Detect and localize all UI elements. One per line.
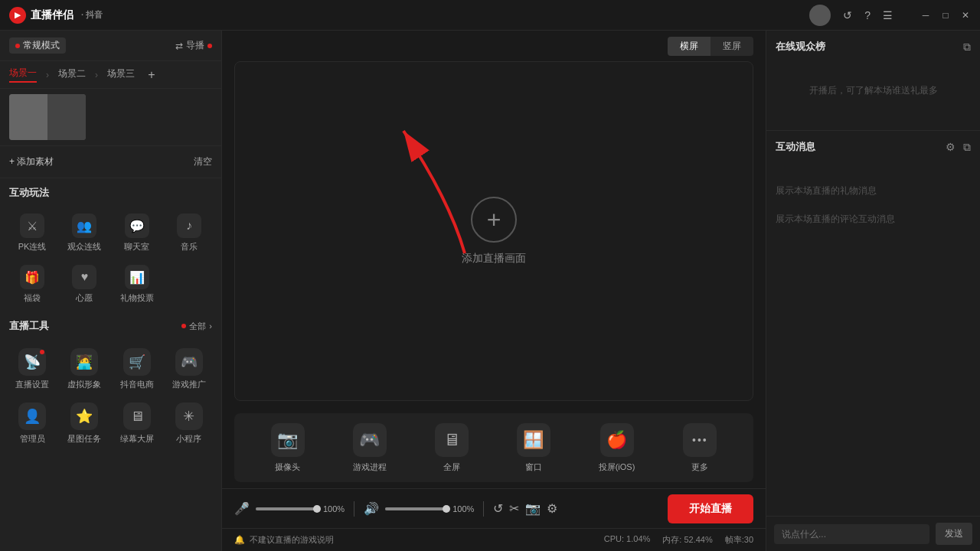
clip-icon[interactable]: ✂ <box>509 501 519 516</box>
messages-settings-icon[interactable]: ⚙ <box>946 141 956 154</box>
landscape-button[interactable]: 横屏 <box>668 37 710 56</box>
game-label: 游戏推广 <box>172 379 206 390</box>
speaker-volume-slider[interactable] <box>385 507 446 510</box>
settings-label: 直播设置 <box>15 379 49 390</box>
interactive-item-lucky[interactable]: 🎁 福袋 <box>6 259 58 310</box>
live-tool-settings[interactable]: 📡 直播设置 <box>6 342 58 396</box>
interactive-item-wish[interactable]: ♥ 心愿 <box>58 259 110 310</box>
audience-placeholder: 开播后，可了解本场谁送礼最多 <box>809 84 938 97</box>
scene-tab-2[interactable]: 场景二 <box>58 67 86 82</box>
source-more[interactable]: ••• 更多 <box>683 423 717 473</box>
lucky-label: 福袋 <box>24 292 41 304</box>
chat-label: 聊天室 <box>124 241 149 253</box>
live-tools-title: 直播工具 <box>9 319 181 333</box>
orientation-bar: 横屏 竖屏 <box>222 31 766 61</box>
left-sidebar: 常规模式 ⇄ 导播 场景一 › 场景二 › 场景三 + + 添加素材 <box>0 31 222 551</box>
chat-send-button[interactable]: 发送 <box>936 523 972 545</box>
live-tool-admin[interactable]: 👤 管理员 <box>6 396 58 451</box>
messages-section: 互动消息 ⚙ ⧉ 展示本场直播的礼物消息 展示本场直播的评论互动消息 发送 <box>766 131 980 551</box>
mic-volume-slider[interactable] <box>256 507 317 510</box>
live-tool-greenscreen[interactable]: 🖥 绿幕大屏 <box>111 396 163 451</box>
title-bar: ▶ 直播伴侣 · 抖音 ↺ ? ☰ ─ □ ✕ <box>0 0 980 31</box>
add-scene-button[interactable]: + <box>471 197 517 243</box>
minimize-button[interactable]: ─ <box>920 10 931 21</box>
messages-expand-icon[interactable]: ⧉ <box>963 141 971 154</box>
star-label: 星图任务 <box>67 433 101 445</box>
live-tool-game[interactable]: 🎮 游戏推广 <box>163 342 215 396</box>
settings-ctrl-icon[interactable]: ⚙ <box>547 501 557 516</box>
live-tool-miniapp[interactable]: ✳ 小程序 <box>163 396 215 451</box>
fullscreen-label: 全屏 <box>443 461 460 473</box>
portrait-button[interactable]: 竖屏 <box>710 37 753 56</box>
interactive-item-gift-vote[interactable]: 📊 礼物投票 <box>111 259 163 310</box>
app-name: 直播伴侣 <box>31 8 74 22</box>
interactive-item-pk[interactable]: ⚔ PK连线 <box>6 207 58 259</box>
audience-expand-icon[interactable]: ⧉ <box>963 41 971 54</box>
avatar[interactable] <box>809 5 831 26</box>
ios-label: 投屏(iOS) <box>599 461 635 473</box>
live-tools-all-button[interactable]: 全部 › <box>181 321 212 332</box>
add-material-button[interactable]: + 添加素材 <box>9 155 188 168</box>
source-camera[interactable]: 📷 摄像头 <box>271 423 305 473</box>
wish-icon: ♥ <box>72 265 96 289</box>
close-button[interactable]: ✕ <box>960 10 971 21</box>
pk-icon: ⚔ <box>20 214 44 238</box>
warning-icon: 🔔 <box>234 535 245 545</box>
scene-tab-3[interactable]: 场景三 <box>107 67 135 82</box>
star-icon: ⭐ <box>70 403 98 430</box>
sidebar-preview <box>0 89 221 146</box>
cpu-status: CPU: 1.04% <box>604 534 651 546</box>
status-left: 🔔 不建议直播的游戏说明 <box>234 534 334 546</box>
source-fullscreen[interactable]: 🖥 全屏 <box>435 423 469 473</box>
right-panel: 在线观众榜 ⧉ 开播后，可了解本场谁送礼最多 互动消息 ⚙ ⧉ 展示本场直播的礼… <box>766 31 980 551</box>
chat-input[interactable] <box>774 524 929 544</box>
source-game[interactable]: 🎮 游戏进程 <box>353 423 387 473</box>
switch-icon: ⇄ <box>175 41 183 51</box>
lucky-icon: 🎁 <box>20 265 44 289</box>
window-controls: ─ □ ✕ <box>920 10 971 21</box>
settings-red-dot <box>40 350 44 354</box>
game-source-label: 游戏进程 <box>353 461 387 473</box>
live-tools-grid: 📡 直播设置 🧑‍💻 虚拟形象 🛒 抖音电商 🎮 游戏推广 👤 管理员 <box>0 339 221 454</box>
music-label: 音乐 <box>181 241 198 253</box>
live-tool-ecommerce[interactable]: 🛒 抖音电商 <box>111 342 163 396</box>
music-icon: ♪ <box>177 214 201 238</box>
refresh-icon[interactable]: ↺ <box>843 9 852 21</box>
scene-tab-1[interactable]: 场景一 <box>9 67 37 83</box>
mode-tag[interactable]: 常规模式 <box>9 37 66 54</box>
audience-icons: ⧉ <box>963 41 971 54</box>
start-live-button[interactable]: 开始直播 <box>668 494 753 523</box>
fullscreen-icon: 🖥 <box>435 423 469 457</box>
control-divider-1 <box>354 501 354 517</box>
settings-icon: 📡 <box>18 348 46 376</box>
tab-separator: › <box>46 70 49 80</box>
live-tool-star[interactable]: ⭐ 星图任务 <box>58 396 110 451</box>
ecommerce-label: 抖音电商 <box>120 379 154 390</box>
microphone-icon: 🎤 <box>234 501 250 516</box>
live-tool-avatar[interactable]: 🧑‍💻 虚拟形象 <box>58 342 110 396</box>
miniapp-icon: ✳ <box>175 403 203 430</box>
source-ios[interactable]: 🍎 投屏(iOS) <box>599 423 635 473</box>
mic-volume-label: 100% <box>323 504 345 514</box>
add-scene-area: + 添加直播画面 <box>462 197 526 266</box>
wish-label: 心愿 <box>76 292 93 304</box>
scene-add-button[interactable]: + <box>144 67 159 83</box>
camera-ctrl-icon[interactable]: 📷 <box>525 501 541 516</box>
maximize-button[interactable]: □ <box>940 10 951 21</box>
help-icon[interactable]: ? <box>864 9 871 21</box>
clear-button[interactable]: 清空 <box>194 155 212 168</box>
interactive-item-audience[interactable]: 👥 观众连线 <box>58 207 110 259</box>
interactive-item-chat[interactable]: 💬 聊天室 <box>111 207 163 259</box>
audience-header: 在线观众榜 ⧉ <box>776 40 971 54</box>
import-label: 导播 <box>186 39 204 52</box>
import-button[interactable]: ⇄ 导播 <box>175 39 212 52</box>
greenscreen-label: 绿幕大屏 <box>120 433 154 445</box>
game-icon: 🎮 <box>175 348 203 376</box>
logo-icon: ▶ <box>9 7 26 24</box>
interactive-item-music[interactable]: ♪ 音乐 <box>163 207 215 259</box>
menu-icon[interactable]: ☰ <box>883 9 893 21</box>
mode-red-dot <box>15 44 20 48</box>
record-icon[interactable]: ↺ <box>493 501 503 516</box>
fps-status: 帧率:30 <box>725 534 753 546</box>
source-window[interactable]: 🪟 窗口 <box>517 423 550 473</box>
